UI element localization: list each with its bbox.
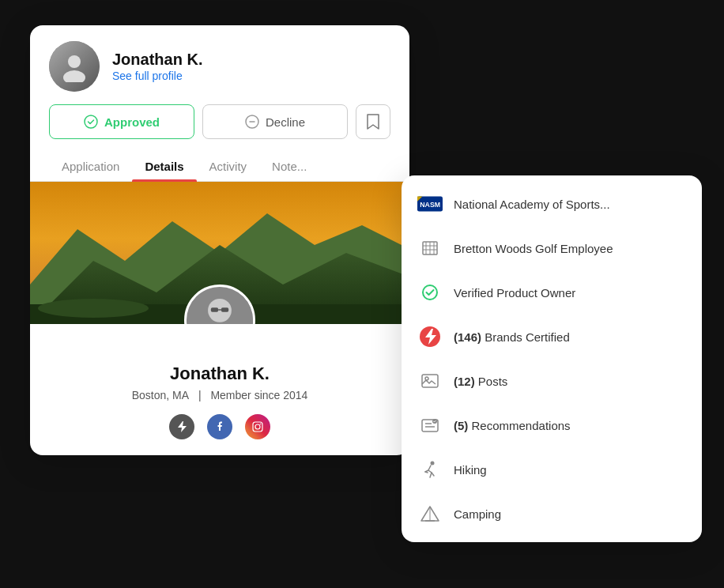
details-dropdown: NASM National Academy of Sports... Brett… bbox=[402, 175, 702, 542]
nasm-icon: NASM bbox=[417, 191, 443, 217]
check-circle-icon bbox=[84, 115, 98, 129]
svg-point-35 bbox=[431, 462, 435, 466]
tab-notes[interactable]: Note... bbox=[259, 152, 319, 181]
detail-item-camping: Camping bbox=[402, 492, 702, 536]
decline-icon bbox=[245, 115, 259, 129]
approved-label: Approved bbox=[104, 115, 160, 129]
detail-item-posts: (12) Posts bbox=[402, 359, 702, 403]
bolt-red-icon bbox=[417, 324, 443, 349]
profile-meta: Boston, MA | Member since 2014 bbox=[49, 389, 390, 401]
svg-point-2 bbox=[85, 115, 97, 128]
camping-text: Camping bbox=[454, 507, 501, 521]
building-icon bbox=[417, 236, 443, 261]
member-since: Member since 2014 bbox=[210, 389, 307, 401]
svg-point-8 bbox=[38, 299, 149, 318]
header-info: Jonathan K. See full profile bbox=[112, 51, 202, 83]
see-full-profile-link[interactable]: See full profile bbox=[112, 70, 183, 82]
recommendations-text: (5) Recommendations bbox=[454, 419, 571, 432]
profile-body: Jonathan K. Boston, MA | Member since 20… bbox=[30, 324, 409, 455]
brands-count: (146) bbox=[454, 330, 481, 344]
cover-photo bbox=[30, 182, 409, 324]
detail-item-recommendations: (5) Recommendations bbox=[402, 403, 702, 447]
svg-point-16 bbox=[255, 424, 260, 429]
action-buttons: Approved Decline bbox=[30, 104, 409, 152]
profile-location: Boston, MA bbox=[132, 389, 189, 401]
social-icons bbox=[49, 414, 390, 439]
decline-button[interactable]: Decline bbox=[202, 104, 348, 139]
hiking-text: Hiking bbox=[454, 463, 487, 477]
brands-text: (146) Brands Certified bbox=[454, 330, 570, 344]
verified-text: Verified Product Owner bbox=[454, 286, 575, 300]
detail-item-golf: Bretton Woods Golf Employee bbox=[402, 226, 702, 270]
bookmark-button[interactable] bbox=[356, 104, 390, 139]
camping-icon bbox=[417, 501, 443, 526]
recommend-icon bbox=[417, 413, 443, 438]
posts-text: (12) Posts bbox=[454, 375, 507, 388]
profile-card: Jonathan K. See full profile Approved De… bbox=[30, 25, 409, 455]
bookmark-icon bbox=[366, 113, 380, 130]
meta-separator: | bbox=[198, 389, 202, 401]
svg-point-1 bbox=[63, 70, 85, 82]
svg-point-17 bbox=[260, 424, 262, 425]
bolt-icon bbox=[175, 420, 188, 433]
detail-item-hiking: Hiking bbox=[402, 447, 702, 492]
svg-rect-13 bbox=[221, 307, 228, 312]
decline-label: Decline bbox=[266, 115, 305, 129]
facebook-social-icon[interactable] bbox=[207, 414, 232, 439]
svg-rect-12 bbox=[211, 307, 218, 312]
profile-full-name: Jonathan K. bbox=[49, 364, 390, 384]
posts-count: (12) bbox=[454, 375, 475, 388]
golf-text: Bretton Woods Golf Employee bbox=[454, 242, 613, 255]
avatar-image bbox=[49, 41, 100, 92]
tab-activity[interactable]: Activity bbox=[197, 152, 260, 181]
svg-point-0 bbox=[68, 55, 81, 68]
bolt-social-icon[interactable] bbox=[169, 414, 194, 439]
detail-item-nasm: NASM National Academy of Sports... bbox=[402, 182, 702, 226]
verified-icon bbox=[417, 280, 443, 305]
hiking-icon bbox=[417, 457, 443, 482]
image-icon bbox=[417, 368, 443, 394]
avatar bbox=[49, 41, 100, 92]
instagram-icon bbox=[251, 420, 264, 433]
facebook-icon bbox=[213, 420, 226, 433]
card-header: Jonathan K. See full profile bbox=[30, 25, 409, 104]
svg-rect-15 bbox=[253, 422, 262, 432]
approved-button[interactable]: Approved bbox=[49, 104, 194, 139]
recommendations-count: (5) bbox=[454, 419, 468, 432]
tab-details[interactable]: Details bbox=[132, 152, 196, 181]
user-name: Jonathan K. bbox=[112, 51, 202, 69]
svg-text:NASM: NASM bbox=[420, 201, 440, 209]
instagram-social-icon[interactable] bbox=[245, 414, 270, 439]
svg-point-30 bbox=[425, 377, 428, 380]
svg-point-27 bbox=[423, 285, 437, 300]
detail-item-verified: Verified Product Owner bbox=[402, 270, 702, 315]
tab-application[interactable]: Application bbox=[49, 152, 132, 181]
detail-item-brands: (146) Brands Certified bbox=[402, 315, 702, 359]
tab-bar: Application Details Activity Note... bbox=[30, 152, 409, 182]
nasm-text: National Academy of Sports... bbox=[454, 198, 610, 211]
